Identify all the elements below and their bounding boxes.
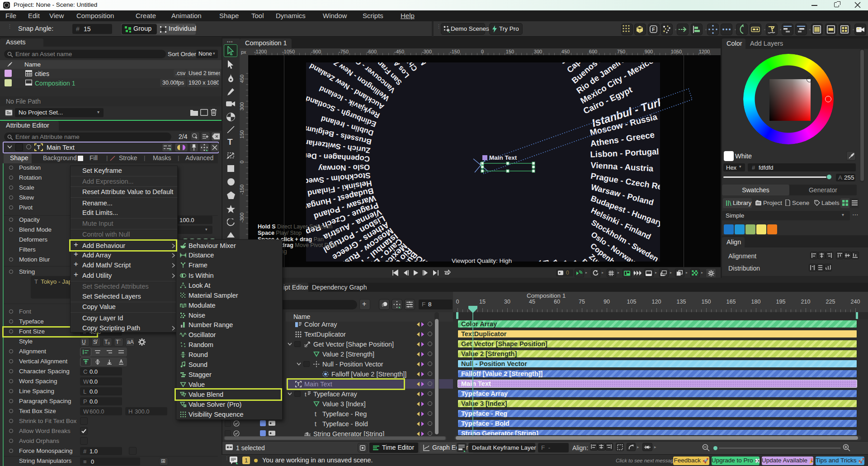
svg-text:t: t (315, 411, 316, 417)
svg-text:F: F (652, 27, 655, 32)
svg-text:t: t (315, 421, 316, 427)
svg-text:Main Text: Main Text (489, 154, 517, 161)
svg-text:t: t (305, 391, 307, 397)
svg-text:T: T (37, 144, 41, 151)
